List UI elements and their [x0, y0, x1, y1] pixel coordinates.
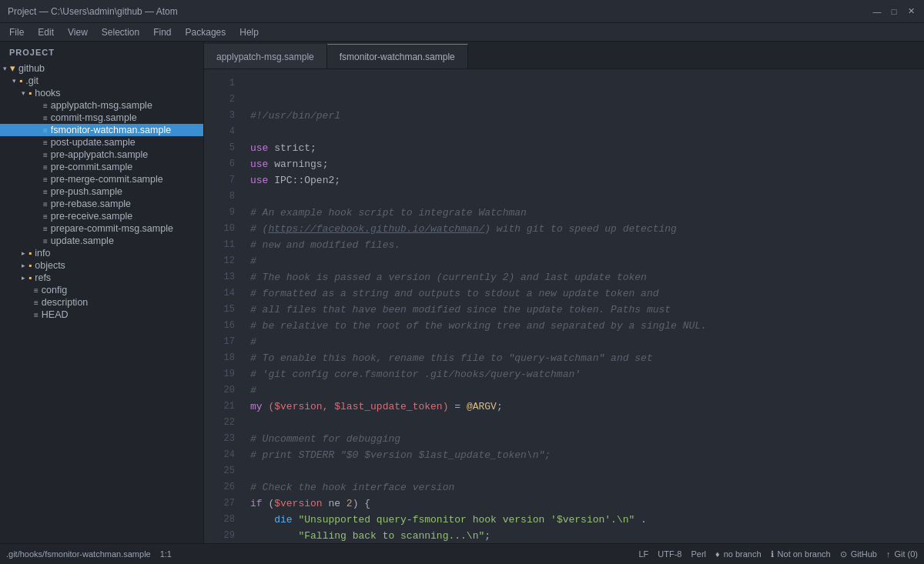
- line-number-3: 3: [204, 108, 235, 124]
- title-text: Project — C:\Users\admin\github — Atom: [8, 6, 178, 17]
- line-number-9: 9: [204, 205, 235, 221]
- tree-item-applypatch-msg.sample[interactable]: ≡applypatch-msg.sample: [0, 99, 203, 112]
- code-line-15: #: [250, 334, 924, 350]
- line-number-16: 16: [204, 318, 235, 334]
- code-content[interactable]: #!/usr/bin/perl use strict;use warnings;…: [241, 69, 924, 543]
- status-left: .git/hooks/fsmonitor-watchman.sample 1:1: [6, 549, 172, 559]
- tree-item-pre-receive.sample[interactable]: ≡pre-receive.sample: [0, 210, 203, 222]
- menu-find[interactable]: Find: [147, 25, 177, 39]
- folder-icon: ▾: [10, 62, 15, 74]
- tree-item-config[interactable]: ≡config: [0, 284, 203, 296]
- tree-item-refs[interactable]: ▸▪refs: [0, 272, 203, 284]
- folder-icon: ▪: [28, 260, 32, 271]
- tab-fsmonitor-watchman-sample[interactable]: fsmonitor-watchman.sample: [327, 44, 468, 68]
- line-number-7: 7: [204, 172, 235, 189]
- code-line-1: #!/usr/bin/perl: [250, 108, 924, 124]
- line-ending[interactable]: LF: [638, 549, 648, 559]
- code-line-11: # The hook is passed a version (currentl…: [250, 269, 924, 285]
- code-line-8: # (https://facebook.github.io/watchman/)…: [250, 221, 924, 237]
- no-branch[interactable]: ♦no branch: [715, 549, 762, 559]
- code-line-27: "Falling back to scanning...\n";: [250, 528, 924, 543]
- menu-bar: FileEditViewSelectionFindPackagesHelp: [0, 23, 924, 42]
- file-icon: ≡: [43, 102, 48, 110]
- code-line-3: use strict;: [250, 140, 924, 156]
- file-icon: ≡: [43, 163, 48, 172]
- tree-item-fsmonitor-watchman.sample[interactable]: ≡fsmonitor-watchman.sample: [0, 124, 203, 136]
- tree-item-info[interactable]: ▸▪info: [0, 247, 203, 259]
- menu-help[interactable]: Help: [233, 25, 265, 39]
- minimize-button[interactable]: —: [872, 6, 882, 17]
- github-status[interactable]: ⊙GitHub: [840, 549, 877, 559]
- line-number-20: 20: [204, 382, 235, 399]
- code-line-14: # be relative to the root of the working…: [250, 318, 924, 334]
- expand-icon: ▸: [22, 249, 25, 257]
- sidebar-title: Project: [0, 42, 203, 62]
- close-button[interactable]: ✕: [906, 6, 916, 17]
- folder-icon: ▪: [19, 75, 22, 86]
- code-line-2: [250, 124, 924, 140]
- tree-item-pre-push.sample[interactable]: ≡pre-push.sample: [0, 185, 203, 198]
- line-number-24: 24: [204, 447, 235, 463]
- line-number-25: 25: [204, 463, 235, 479]
- file-tree: ▾▾github▾▪.git▾▪hooks≡applypatch-msg.sam…: [0, 62, 203, 321]
- tree-item-objects[interactable]: ▸▪objects: [0, 259, 203, 272]
- menu-file[interactable]: File: [3, 25, 30, 39]
- tree-item-hooks[interactable]: ▾▪hooks: [0, 87, 203, 99]
- line-number-8: 8: [204, 189, 235, 205]
- tree-item-prepare-commit-msg.sample[interactable]: ≡prepare-commit-msg.sample: [0, 222, 203, 235]
- tab-applypatch-msg-sample[interactable]: applypatch-msg.sample: [204, 44, 327, 68]
- menu-edit[interactable]: Edit: [32, 25, 60, 39]
- code-line-23: [250, 463, 924, 479]
- expand-icon: ▾: [3, 65, 7, 72]
- expand-icon: ▸: [22, 262, 25, 269]
- code-line-25: if ($version ne 2) {: [250, 496, 924, 512]
- tree-item-git[interactable]: ▾▪.git: [0, 75, 203, 87]
- code-line-13: # all files that have been modified sinc…: [250, 302, 924, 318]
- folder-icon: ▪: [28, 272, 32, 283]
- line-number-13: 13: [204, 269, 235, 285]
- file-icon: ≡: [43, 114, 48, 122]
- tree-item-pre-commit.sample[interactable]: ≡pre-commit.sample: [0, 161, 203, 173]
- line-number-22: 22: [204, 415, 235, 431]
- code-line-19: my ($version, $last_update_token) = @ARG…: [250, 399, 924, 415]
- menu-selection[interactable]: Selection: [95, 25, 146, 39]
- window-controls: — □ ✕: [872, 6, 916, 17]
- code-line-9: # new and modified files.: [250, 237, 924, 253]
- editor-container: applypatch-msg.samplefsmonitor-watchman.…: [204, 42, 924, 543]
- line-number-26: 26: [204, 479, 235, 496]
- git-status[interactable]: ↑Git (0): [886, 549, 918, 559]
- sidebar: Project ▾▾github▾▪.git▾▪hooks≡applypatch…: [0, 42, 204, 543]
- menu-packages[interactable]: Packages: [179, 25, 233, 39]
- grammar[interactable]: Perl: [691, 549, 706, 559]
- maximize-button[interactable]: □: [889, 6, 899, 17]
- line-number-28: 28: [204, 512, 235, 528]
- tree-item-HEAD[interactable]: ≡HEAD: [0, 309, 203, 321]
- menu-view[interactable]: View: [62, 25, 94, 39]
- file-icon: ≡: [43, 138, 48, 147]
- line-number-2: 2: [204, 92, 235, 108]
- file-icon: ≡: [43, 175, 48, 184]
- tree-item-pre-rebase.sample[interactable]: ≡pre-rebase.sample: [0, 198, 203, 210]
- cursor-position[interactable]: 1:1: [160, 549, 172, 559]
- tree-item-pre-merge-commit.sample[interactable]: ≡pre-merge-commit.sample: [0, 173, 203, 185]
- tree-item-description[interactable]: ≡description: [0, 296, 203, 309]
- code-line-6: [250, 189, 924, 205]
- file-icon: ≡: [43, 151, 48, 159]
- file-icon: ≡: [43, 212, 48, 221]
- editor[interactable]: 1234567891011121314151617181920212223242…: [204, 69, 924, 543]
- code-line-22: # print STDERR "$0 $version $last_update…: [250, 447, 924, 463]
- folder-icon: ▪: [28, 88, 32, 98]
- encoding[interactable]: UTF-8: [658, 549, 681, 559]
- tree-item-commit-msg.sample[interactable]: ≡commit-msg.sample: [0, 112, 203, 124]
- tree-item-pre-applypatch.sample[interactable]: ≡pre-applypatch.sample: [0, 149, 203, 161]
- tree-item-github[interactable]: ▾▾github: [0, 62, 203, 75]
- file-icon: ≡: [43, 188, 48, 196]
- tree-item-post-update.sample[interactable]: ≡post-update.sample: [0, 136, 203, 149]
- line-number-18: 18: [204, 350, 235, 366]
- tree-item-update.sample[interactable]: ≡update.sample: [0, 235, 203, 247]
- line-number-21: 21: [204, 399, 235, 415]
- not-on-branch[interactable]: ℹNot on branch: [771, 549, 831, 559]
- file-icon: ≡: [43, 225, 48, 233]
- line-number-29: 29: [204, 528, 235, 543]
- file-path: .git/hooks/fsmonitor-watchman.sample: [6, 549, 151, 559]
